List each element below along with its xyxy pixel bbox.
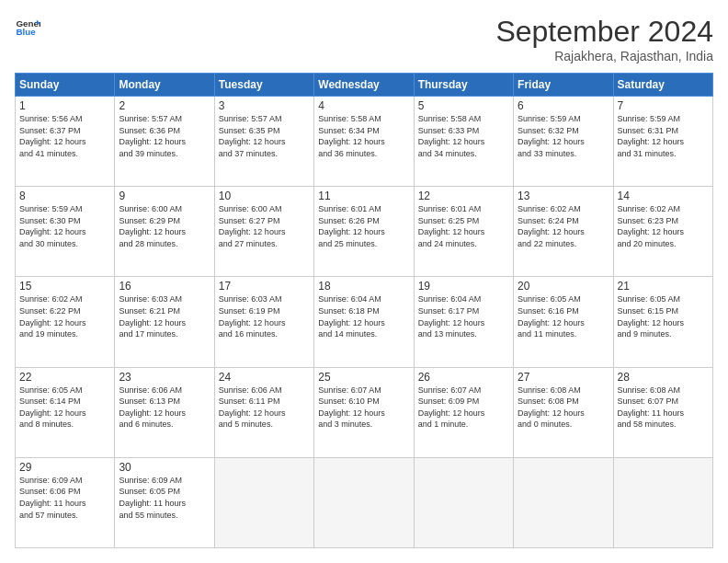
day-number: 22 bbox=[19, 371, 110, 384]
day-info: Sunrise: 6:03 AMSunset: 6:19 PMDaylight:… bbox=[219, 293, 310, 339]
day-number: 1 bbox=[19, 99, 110, 112]
day-info: Sunrise: 6:05 AMSunset: 6:15 PMDaylight:… bbox=[618, 293, 709, 339]
header-wednesday: Wednesday bbox=[314, 74, 414, 97]
day-cell-25: 25Sunrise: 6:07 AMSunset: 6:10 PMDayligh… bbox=[314, 367, 414, 457]
day-number: 13 bbox=[518, 190, 609, 202]
day-cell-30: 30Sunrise: 6:09 AMSunset: 6:05 PMDayligh… bbox=[115, 457, 214, 547]
day-number: 27 bbox=[518, 371, 609, 384]
header-saturday: Saturday bbox=[613, 74, 712, 97]
day-info: Sunrise: 6:09 AMSunset: 6:06 PMDaylight:… bbox=[19, 475, 110, 521]
day-cell-11: 11Sunrise: 6:01 AMSunset: 6:26 PMDayligh… bbox=[314, 187, 414, 277]
day-cell-22: 22Sunrise: 6:05 AMSunset: 6:14 PMDayligh… bbox=[16, 367, 115, 457]
day-cell-1: 1Sunrise: 5:56 AMSunset: 6:37 PMDaylight… bbox=[16, 97, 115, 187]
day-info: Sunrise: 5:58 AMSunset: 6:33 PMDaylight:… bbox=[418, 113, 509, 159]
day-number: 2 bbox=[119, 99, 210, 112]
header-thursday: Thursday bbox=[414, 74, 513, 97]
day-info: Sunrise: 6:06 AMSunset: 6:11 PMDaylight:… bbox=[219, 385, 310, 431]
weekday-header-row: Sunday Monday Tuesday Wednesday Thursday… bbox=[16, 74, 713, 97]
day-info: Sunrise: 5:59 AMSunset: 6:30 PMDaylight:… bbox=[19, 203, 110, 249]
day-info: Sunrise: 5:59 AMSunset: 6:31 PMDaylight:… bbox=[618, 113, 709, 159]
day-info: Sunrise: 6:09 AMSunset: 6:05 PMDaylight:… bbox=[119, 475, 210, 521]
day-cell-6: 6Sunrise: 5:59 AMSunset: 6:32 PMDaylight… bbox=[514, 97, 613, 187]
day-number: 8 bbox=[19, 190, 110, 202]
empty-cell bbox=[314, 457, 414, 547]
logo: General Blue bbox=[15, 15, 40, 40]
day-number: 26 bbox=[418, 371, 509, 384]
day-number: 6 bbox=[518, 99, 609, 112]
empty-cell bbox=[514, 457, 613, 547]
header-friday: Friday bbox=[514, 74, 613, 97]
day-number: 29 bbox=[19, 461, 110, 474]
header-monday: Monday bbox=[115, 74, 214, 97]
day-cell-23: 23Sunrise: 6:06 AMSunset: 6:13 PMDayligh… bbox=[115, 367, 214, 457]
day-info: Sunrise: 5:57 AMSunset: 6:36 PMDaylight:… bbox=[119, 113, 210, 159]
day-number: 15 bbox=[19, 280, 110, 293]
day-number: 5 bbox=[418, 99, 509, 112]
day-cell-28: 28Sunrise: 6:08 AMSunset: 6:07 PMDayligh… bbox=[613, 367, 712, 457]
day-cell-24: 24Sunrise: 6:06 AMSunset: 6:11 PMDayligh… bbox=[214, 367, 313, 457]
day-info: Sunrise: 6:08 AMSunset: 6:07 PMDaylight:… bbox=[618, 385, 709, 431]
day-cell-15: 15Sunrise: 6:02 AMSunset: 6:22 PMDayligh… bbox=[16, 277, 115, 367]
day-number: 28 bbox=[618, 371, 709, 384]
day-cell-18: 18Sunrise: 6:04 AMSunset: 6:18 PMDayligh… bbox=[314, 277, 414, 367]
day-number: 19 bbox=[418, 280, 509, 293]
day-cell-19: 19Sunrise: 6:04 AMSunset: 6:17 PMDayligh… bbox=[414, 277, 513, 367]
day-cell-8: 8Sunrise: 5:59 AMSunset: 6:30 PMDaylight… bbox=[16, 187, 115, 277]
day-number: 20 bbox=[518, 280, 609, 293]
day-info: Sunrise: 5:59 AMSunset: 6:32 PMDaylight:… bbox=[518, 113, 609, 159]
day-info: Sunrise: 5:56 AMSunset: 6:37 PMDaylight:… bbox=[19, 113, 110, 159]
header: General Blue September 2024 Rajakhera, R… bbox=[15, 15, 713, 63]
week-row-1: 1Sunrise: 5:56 AMSunset: 6:37 PMDaylight… bbox=[16, 97, 713, 187]
day-number: 25 bbox=[318, 371, 409, 384]
day-number: 14 bbox=[618, 190, 709, 202]
day-number: 24 bbox=[219, 371, 310, 384]
day-number: 11 bbox=[318, 190, 409, 202]
day-cell-5: 5Sunrise: 5:58 AMSunset: 6:33 PMDaylight… bbox=[414, 97, 513, 187]
day-cell-21: 21Sunrise: 6:05 AMSunset: 6:15 PMDayligh… bbox=[613, 277, 712, 367]
day-cell-26: 26Sunrise: 6:07 AMSunset: 6:09 PMDayligh… bbox=[414, 367, 513, 457]
header-sunday: Sunday bbox=[16, 74, 115, 97]
day-number: 10 bbox=[219, 190, 310, 202]
day-cell-17: 17Sunrise: 6:03 AMSunset: 6:19 PMDayligh… bbox=[214, 277, 313, 367]
month-title: September 2024 bbox=[495, 15, 713, 49]
calendar-table: Sunday Monday Tuesday Wednesday Thursday… bbox=[15, 73, 713, 548]
day-number: 30 bbox=[119, 461, 210, 474]
day-cell-4: 4Sunrise: 5:58 AMSunset: 6:34 PMDaylight… bbox=[314, 97, 414, 187]
day-number: 3 bbox=[219, 99, 310, 112]
day-info: Sunrise: 6:07 AMSunset: 6:10 PMDaylight:… bbox=[318, 385, 409, 431]
day-info: Sunrise: 6:00 AMSunset: 6:27 PMDaylight:… bbox=[219, 203, 310, 249]
day-cell-10: 10Sunrise: 6:00 AMSunset: 6:27 PMDayligh… bbox=[214, 187, 313, 277]
day-info: Sunrise: 6:03 AMSunset: 6:21 PMDaylight:… bbox=[119, 293, 210, 339]
title-block: September 2024 Rajakhera, Rajasthan, Ind… bbox=[495, 15, 713, 63]
empty-cell bbox=[414, 457, 513, 547]
empty-cell bbox=[613, 457, 712, 547]
day-number: 21 bbox=[618, 280, 709, 293]
day-info: Sunrise: 6:07 AMSunset: 6:09 PMDaylight:… bbox=[418, 385, 509, 431]
day-info: Sunrise: 6:04 AMSunset: 6:17 PMDaylight:… bbox=[418, 293, 509, 339]
day-info: Sunrise: 5:58 AMSunset: 6:34 PMDaylight:… bbox=[318, 113, 409, 159]
day-cell-14: 14Sunrise: 6:02 AMSunset: 6:23 PMDayligh… bbox=[613, 187, 712, 277]
day-info: Sunrise: 6:05 AMSunset: 6:16 PMDaylight:… bbox=[518, 293, 609, 339]
day-number: 23 bbox=[119, 371, 210, 384]
day-cell-20: 20Sunrise: 6:05 AMSunset: 6:16 PMDayligh… bbox=[514, 277, 613, 367]
page: General Blue September 2024 Rajakhera, R… bbox=[0, 0, 728, 563]
day-info: Sunrise: 6:02 AMSunset: 6:24 PMDaylight:… bbox=[518, 203, 609, 249]
week-row-4: 22Sunrise: 6:05 AMSunset: 6:14 PMDayligh… bbox=[16, 367, 713, 457]
day-cell-9: 9Sunrise: 6:00 AMSunset: 6:29 PMDaylight… bbox=[115, 187, 214, 277]
day-info: Sunrise: 6:01 AMSunset: 6:26 PMDaylight:… bbox=[318, 203, 409, 249]
day-number: 7 bbox=[618, 99, 709, 112]
day-number: 12 bbox=[418, 190, 509, 202]
day-cell-3: 3Sunrise: 5:57 AMSunset: 6:35 PMDaylight… bbox=[214, 97, 313, 187]
day-info: Sunrise: 6:08 AMSunset: 6:08 PMDaylight:… bbox=[518, 385, 609, 431]
day-cell-2: 2Sunrise: 5:57 AMSunset: 6:36 PMDaylight… bbox=[115, 97, 214, 187]
day-info: Sunrise: 6:04 AMSunset: 6:18 PMDaylight:… bbox=[318, 293, 409, 339]
day-info: Sunrise: 6:02 AMSunset: 6:23 PMDaylight:… bbox=[618, 203, 709, 249]
day-number: 17 bbox=[219, 280, 310, 293]
location-subtitle: Rajakhera, Rajasthan, India bbox=[495, 49, 713, 63]
day-info: Sunrise: 6:05 AMSunset: 6:14 PMDaylight:… bbox=[19, 385, 110, 431]
day-number: 4 bbox=[318, 99, 409, 112]
empty-cell bbox=[214, 457, 313, 547]
day-cell-27: 27Sunrise: 6:08 AMSunset: 6:08 PMDayligh… bbox=[514, 367, 613, 457]
day-info: Sunrise: 6:01 AMSunset: 6:25 PMDaylight:… bbox=[418, 203, 509, 249]
day-cell-13: 13Sunrise: 6:02 AMSunset: 6:24 PMDayligh… bbox=[514, 187, 613, 277]
